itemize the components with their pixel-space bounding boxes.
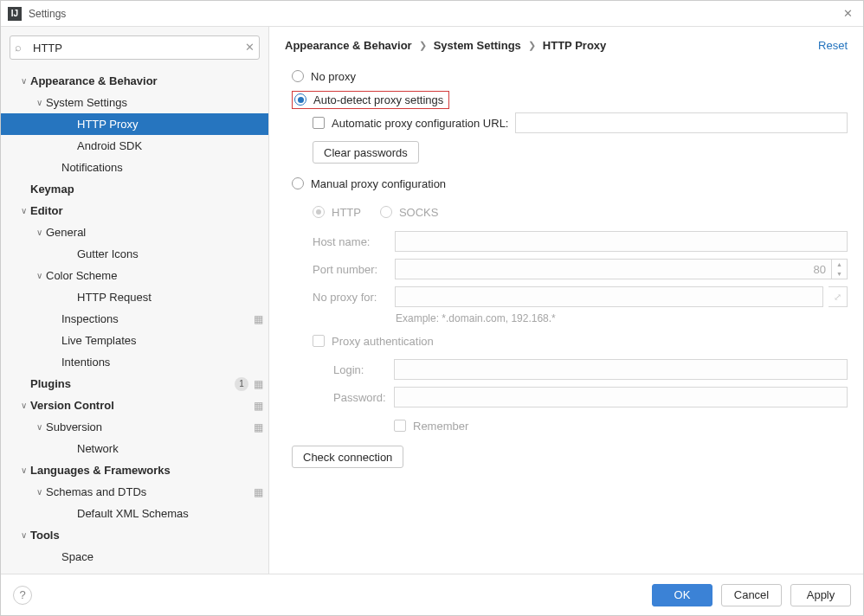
scope-icon: ▦ [254, 486, 263, 498]
tree-item-label: Notifications [61, 161, 263, 174]
scope-icon: ▦ [254, 400, 263, 412]
app-icon: IJ [8, 7, 22, 21]
sidebar: ⌕ ✕ ∨Appearance & Behavior∨System Settin… [1, 27, 269, 574]
checkbox-label: Proxy authentication [332, 335, 434, 348]
chevron-down-icon[interactable]: ∨ [32, 271, 46, 280]
checkbox-auto-url[interactable]: Automatic proxy configuration URL: [313, 112, 848, 134]
tree-item-space[interactable]: Space [1, 546, 268, 568]
content-panel: Appearance & Behavior ❯ System Settings … [269, 27, 863, 574]
radio-manual-proxy[interactable]: Manual proxy configuration [292, 172, 848, 195]
search-input[interactable] [10, 35, 260, 60]
tree-item-plugins[interactable]: Plugins1▦ [1, 373, 268, 395]
settings-tree: ∨Appearance & Behavior∨System SettingsHT… [1, 68, 268, 574]
chevron-right-icon: ❯ [419, 40, 427, 51]
tree-item-label: Keymap [30, 183, 263, 196]
tree-item-label: HTTP Proxy [77, 118, 263, 131]
tree-item-android-sdk[interactable]: Android SDK [1, 135, 268, 157]
auto-url-input[interactable] [515, 112, 848, 133]
tree-item-label: Network [77, 442, 263, 455]
chevron-down-icon[interactable]: ∨ [32, 228, 46, 237]
chevron-down-icon[interactable]: ∨ [16, 206, 30, 215]
chevron-down-icon[interactable]: ∨ [16, 401, 30, 410]
chevron-up-icon: ▲ [832, 260, 847, 269]
check-connection-button[interactable]: Check connection [292, 446, 403, 468]
tree-item-keymap[interactable]: Keymap [1, 178, 268, 200]
chevron-down-icon[interactable]: ∨ [32, 487, 46, 497]
checkbox-icon [313, 117, 325, 129]
tree-item-network[interactable]: Network [1, 438, 268, 459]
badge: 1 [235, 377, 248, 391]
radio-auto-detect[interactable]: Auto-detect proxy settings [292, 91, 449, 109]
tree-item-label: Inspections [61, 312, 248, 325]
chevron-right-icon: ❯ [528, 40, 536, 51]
port-label: Port number: [313, 263, 395, 276]
tree-item-label: Space [61, 550, 263, 563]
tree-item-inspections[interactable]: Inspections▦ [1, 308, 268, 330]
tree-item-label: Android SDK [77, 139, 263, 152]
tree-item-label: General [46, 226, 263, 239]
cancel-button[interactable]: Cancel [721, 584, 782, 606]
radio-icon [292, 177, 304, 189]
tree-item-http-proxy[interactable]: HTTP Proxy [1, 113, 268, 135]
breadcrumb-b[interactable]: System Settings [434, 39, 521, 52]
tree-item-live-templates[interactable]: Live Templates [1, 330, 268, 351]
footer: ? OK Cancel Apply [1, 574, 863, 615]
radio-socks: SOCKS [380, 201, 439, 223]
apply-button[interactable]: Apply [790, 584, 851, 606]
scope-icon: ▦ [254, 378, 263, 390]
tree-item-label: Appearance & Behavior [30, 74, 263, 87]
scope-icon: ▦ [254, 421, 263, 433]
tree-item-default-xml-schemas[interactable]: Default XML Schemas [1, 503, 268, 524]
chevron-down-icon[interactable]: ∨ [16, 465, 30, 475]
search-icon: ⌕ [15, 41, 22, 54]
tree-item-gutter-icons[interactable]: Gutter Icons [1, 243, 268, 265]
reset-link[interactable]: Reset [818, 39, 848, 52]
help-button[interactable]: ? [13, 586, 32, 605]
chevron-down-icon[interactable]: ∨ [32, 422, 46, 432]
login-label: Login: [333, 363, 394, 376]
tree-item-color-scheme[interactable]: ∨Color Scheme [1, 265, 268, 286]
chevron-down-icon[interactable]: ∨ [16, 530, 30, 540]
tree-item-http-request[interactable]: HTTP Request [1, 286, 268, 308]
radio-icon [380, 206, 392, 218]
ok-button[interactable]: OK [652, 584, 712, 606]
tree-item-label: Plugins [30, 377, 231, 390]
tree-item-subversion[interactable]: ∨Subversion▦ [1, 416, 268, 438]
tree-item-label: Version Control [30, 399, 248, 412]
tree-item-tools[interactable]: ∨Tools [1, 524, 268, 546]
port-input [395, 259, 832, 279]
radio-label: SOCKS [399, 206, 439, 219]
radio-label: Manual proxy configuration [311, 177, 446, 190]
tree-item-languages-frameworks[interactable]: ∨Languages & Frameworks [1, 459, 268, 481]
host-label: Host name: [313, 235, 395, 248]
checkbox-icon [313, 335, 325, 347]
radio-icon [292, 70, 304, 82]
example-text: Example: *.domain.com, 192.168.* [396, 312, 848, 324]
tree-item-label: Tools [30, 529, 263, 542]
radio-icon [294, 93, 306, 106]
checkbox-proxy-auth: Proxy authentication [313, 330, 848, 352]
tree-item-version-control[interactable]: ∨Version Control▦ [1, 395, 268, 416]
tree-item-notifications[interactable]: Notifications [1, 157, 268, 178]
no-proxy-for-input [395, 286, 823, 307]
login-input [394, 359, 848, 380]
clear-search-icon[interactable]: ✕ [245, 41, 255, 54]
tree-item-appearance-behavior[interactable]: ∨Appearance & Behavior [1, 70, 268, 92]
tree-item-label: Schemas and DTDs [46, 485, 248, 498]
tree-item-schemas-and-dtds[interactable]: ∨Schemas and DTDs▦ [1, 481, 268, 503]
close-icon[interactable]: ✕ [839, 5, 856, 22]
chevron-down-icon[interactable]: ∨ [32, 98, 46, 107]
tree-item-label: Intentions [61, 356, 263, 369]
breadcrumb-c: HTTP Proxy [543, 39, 606, 52]
radio-no-proxy[interactable]: No proxy [292, 65, 848, 87]
no-proxy-for-label: No proxy for: [313, 291, 395, 304]
tree-item-intentions[interactable]: Intentions [1, 351, 268, 373]
tree-item-label: Gutter Icons [77, 247, 263, 260]
chevron-down-icon[interactable]: ∨ [16, 76, 30, 86]
tree-item-general[interactable]: ∨General [1, 221, 268, 243]
checkbox-icon [394, 420, 406, 432]
breadcrumb-a[interactable]: Appearance & Behavior [285, 39, 412, 52]
clear-passwords-button[interactable]: Clear passwords [313, 141, 419, 164]
tree-item-system-settings[interactable]: ∨System Settings [1, 92, 268, 113]
tree-item-editor[interactable]: ∨Editor [1, 200, 268, 221]
